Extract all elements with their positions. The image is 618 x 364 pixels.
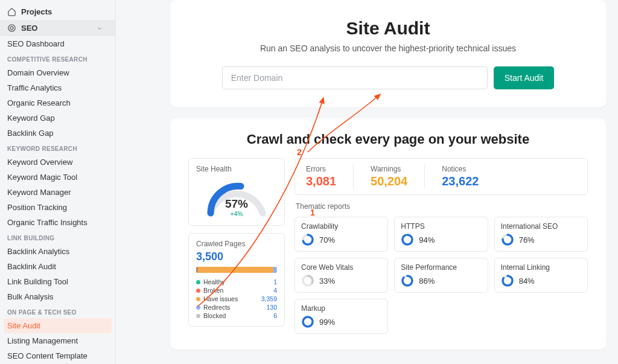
sidebar-item[interactable]: Keyword Gap: [0, 110, 115, 126]
legend-row: Redirects130: [196, 303, 277, 311]
thematic-label: Thematic reports: [296, 202, 588, 211]
sidebar-item[interactable]: Organic Research: [0, 95, 115, 110]
site-health-card[interactable]: Site Health 57% +4%: [188, 158, 285, 226]
page-subtitle: Run an SEO analysis to uncover the highe…: [194, 43, 582, 53]
legend-row: Blocked6: [196, 311, 277, 320]
sidebar-item[interactable]: Backlink Gap: [0, 126, 115, 141]
annotation-2: 2: [297, 147, 302, 157]
sidebar-item-dashboard[interactable]: SEO Dashboard: [0, 36, 115, 51]
sidebar-item[interactable]: Keyword Overview: [0, 155, 115, 170]
tile-https[interactable]: HTTPS94%: [394, 217, 488, 252]
svg-point-13: [503, 276, 512, 286]
target-icon: [7, 24, 16, 33]
legend-row: Have issues3,359: [196, 295, 277, 303]
sidebar-item-projects[interactable]: Projects: [0, 4, 115, 20]
hero-card: Site Audit Run an SEO analysis to uncove…: [170, 0, 606, 107]
tile-core-web-vitals[interactable]: Core Web Vitals33%: [295, 258, 388, 293]
sidebar-item[interactable]: Keyword Manager: [0, 185, 115, 200]
sidebar-section-title: COMPETITIVE RESEARCH: [0, 51, 115, 65]
sidebar-item[interactable]: Site Audit: [4, 318, 112, 333]
stat-warnings[interactable]: Warnings50,204: [371, 165, 407, 188]
tile-internal-linking[interactable]: Internal Linking84%: [494, 258, 588, 293]
sidebar-section-title: KEYWORD RESEARCH: [0, 141, 115, 155]
sidebar-item[interactable]: Organic Traffic Insights: [0, 215, 115, 230]
tile-crawlability[interactable]: Crawlability70%: [295, 217, 388, 252]
crawled-pages-value: 3,500: [196, 251, 277, 263]
stat-notices[interactable]: Notices23,622: [442, 165, 479, 188]
sidebar-item[interactable]: Traffic Analytics: [0, 80, 115, 95]
main-content: Site Audit Run an SEO analysis to uncove…: [116, 0, 618, 364]
svg-point-1: [10, 27, 13, 30]
svg-point-0: [8, 25, 15, 31]
annotation-1: 1: [310, 208, 315, 217]
sidebar-item[interactable]: Link Building Tool: [0, 274, 115, 289]
sidebar: Projects SEO SEO Dashboard COMPETITIVE R…: [0, 0, 116, 364]
sidebar-item-seo[interactable]: SEO: [0, 20, 115, 36]
sidebar-item[interactable]: Listing Management: [0, 333, 115, 348]
sidebar-section-title: ON PAGE & TECH SEO: [0, 304, 115, 318]
crawl-title: Crawl and check every page on your websi…: [170, 118, 606, 158]
site-health-value: 57%: [203, 197, 270, 211]
home-icon: [7, 7, 16, 16]
sidebar-item[interactable]: Backlink Analytics: [0, 244, 115, 259]
start-audit-button[interactable]: Start Audit: [494, 66, 555, 89]
stat-errors[interactable]: Errors3,081: [306, 165, 336, 188]
chevron-down-icon: [96, 25, 103, 32]
tile-site-performance[interactable]: Site Performance86%: [394, 258, 488, 293]
svg-point-5: [403, 235, 412, 244]
crawled-pages-label: Crawled Pages: [196, 240, 277, 248]
sidebar-label: SEO: [21, 24, 37, 33]
svg-point-15: [303, 317, 313, 327]
sidebar-item[interactable]: Position Tracking: [0, 200, 115, 215]
sidebar-item[interactable]: SEO Content Template: [0, 348, 115, 363]
tile-international-seo[interactable]: International SEO76%: [494, 217, 588, 252]
site-health-delta: +4%: [203, 211, 270, 217]
sidebar-item[interactable]: Keyword Magic Tool: [0, 170, 115, 185]
svg-point-11: [403, 276, 412, 286]
sidebar-label: Projects: [21, 7, 52, 16]
site-health-label: Site Health: [196, 165, 277, 173]
page-title: Site Audit: [194, 18, 582, 39]
crawled-pages-card[interactable]: Crawled Pages 3,500 Healthy1Broken4Have …: [188, 233, 285, 327]
legend-row: Healthy1: [196, 278, 277, 286]
sidebar-item[interactable]: Domain Overview: [0, 65, 115, 80]
legend-row: Broken4: [196, 286, 277, 295]
domain-input[interactable]: [222, 66, 488, 89]
crawled-pages-bar: [196, 267, 277, 273]
tile-markup[interactable]: Markup99%: [295, 299, 388, 334]
stats-row: Errors3,081Warnings50,204Notices23,622: [295, 158, 588, 195]
crawl-card: Crawl and check every page on your websi…: [170, 118, 606, 350]
sidebar-item[interactable]: Backlink Audit: [0, 259, 115, 274]
site-health-gauge: 57% +4%: [203, 177, 270, 219]
sidebar-section-title: LINK BUILDING: [0, 230, 115, 244]
sidebar-item[interactable]: Bulk Analysis: [0, 289, 115, 304]
